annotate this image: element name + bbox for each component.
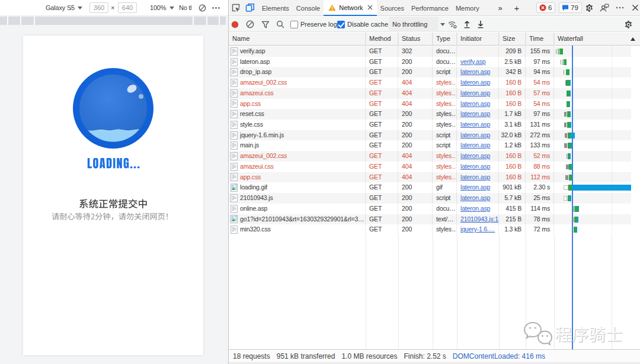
initiator-link[interactable]: 21010943.js:1 bbox=[460, 215, 498, 223]
request-row[interactable]: main.jsGET200scriptlateron.asp1.2 kB133 … bbox=[229, 140, 631, 151]
initiator-link[interactable]: lateron.asp bbox=[460, 89, 490, 96]
cell-status: 302 bbox=[398, 46, 433, 57]
cell-waterfall bbox=[554, 46, 631, 57]
request-row[interactable]: lateron.aspGET200docu…verify.asp2.5 kB97… bbox=[229, 57, 631, 67]
error-count-badge[interactable]: 6 bbox=[536, 2, 555, 13]
request-row[interactable]: loading.gifGET200giflateron.asp901 kB2.3… bbox=[229, 182, 631, 193]
request-row[interactable]: drop_ip.aspGET200scriptlateron.asp342 B9… bbox=[229, 67, 631, 78]
initiator-link[interactable]: lateron.asp bbox=[460, 68, 490, 75]
request-row[interactable]: amazeui.cssGET404styles…lateron.asp160 B… bbox=[229, 88, 631, 99]
network-conditions-button[interactable] bbox=[447, 17, 457, 32]
cell-name: amazeui_002.css bbox=[229, 78, 366, 88]
settings-gear-button[interactable] bbox=[582, 0, 596, 15]
media-query-bar[interactable] bbox=[0, 17, 226, 25]
cell-initiator: lateron.asp bbox=[457, 162, 499, 172]
close-icon bbox=[632, 4, 639, 11]
device-toolbar-more-button[interactable] bbox=[212, 0, 220, 15]
request-row[interactable]: amazeui_002.cssGET404styles…lateron.asp1… bbox=[229, 151, 631, 162]
filter-button[interactable] bbox=[261, 17, 270, 32]
message-count-badge[interactable]: 79 bbox=[559, 2, 582, 13]
download-arrow-icon bbox=[476, 20, 485, 28]
request-row[interactable]: go1?id=21010943&rt=1630329329901&rl=3…GE… bbox=[229, 214, 631, 225]
initiator-link[interactable]: lateron.asp bbox=[460, 131, 490, 138]
tab-performance[interactable]: Performance bbox=[408, 0, 452, 16]
viewport-height-input[interactable]: 640 bbox=[118, 2, 137, 13]
request-row[interactable]: min320.cssGET200styles…jquery-1.6.…1.3 k… bbox=[229, 224, 631, 235]
initiator-link[interactable]: lateron.asp bbox=[460, 121, 490, 128]
initiator-link[interactable]: jquery-1.6.… bbox=[460, 226, 495, 233]
summary-requests: 18 requests bbox=[233, 352, 270, 360]
request-row[interactable]: amazeui.cssGET404styles…lateron.asp160 B… bbox=[229, 162, 631, 172]
cell-size: 160 B bbox=[499, 88, 526, 99]
initiator-link[interactable]: lateron.asp bbox=[460, 79, 490, 86]
request-row[interactable]: verify.aspGET302docu…209 B155 ms bbox=[229, 46, 631, 57]
device-toolbar-toggle-button[interactable] bbox=[243, 0, 257, 15]
request-row[interactable]: online.aspGET200docu…lateron.asp415 B114… bbox=[229, 204, 631, 214]
more-tabs-button[interactable]: » bbox=[494, 0, 506, 16]
clear-network-log-button[interactable] bbox=[246, 17, 254, 32]
column-header-name[interactable]: Name bbox=[229, 33, 366, 45]
column-header-status[interactable]: Status bbox=[398, 33, 433, 45]
tab-memory[interactable]: Memory bbox=[452, 0, 483, 16]
record-network-log-button[interactable] bbox=[231, 17, 239, 32]
tab-console[interactable]: Console bbox=[293, 0, 324, 16]
device-select[interactable]: Galaxy S5 bbox=[46, 0, 82, 15]
column-header-initiator[interactable]: Initiator bbox=[457, 33, 499, 45]
cell-waterfall bbox=[554, 120, 631, 130]
initiator-link[interactable]: lateron.asp bbox=[460, 194, 490, 201]
devtools-close-button[interactable] bbox=[628, 0, 640, 15]
device-throttle-select[interactable]: No throttling bbox=[179, 0, 191, 15]
sort-ascending-icon[interactable] bbox=[631, 37, 635, 41]
inspect-element-button[interactable] bbox=[229, 0, 243, 15]
disable-cache-checkbox-group[interactable]: Disable cache bbox=[337, 17, 388, 32]
devtools-menu-button[interactable] bbox=[613, 0, 627, 15]
throttling-select-caret[interactable] bbox=[440, 17, 445, 32]
initiator-link[interactable]: verify.asp bbox=[460, 58, 486, 65]
tab-sources[interactable]: Sources bbox=[377, 0, 408, 16]
cell-waterfall bbox=[554, 151, 631, 162]
column-header-type[interactable]: Type bbox=[433, 33, 457, 45]
request-row[interactable]: app.cssGET404styles…lateron.asp160 B54 m… bbox=[229, 99, 631, 109]
initiator-link[interactable]: lateron.asp bbox=[460, 205, 490, 212]
close-icon bbox=[367, 5, 373, 10]
initiator-link[interactable]: lateron.asp bbox=[460, 173, 490, 181]
disable-cache-checkbox[interactable] bbox=[337, 21, 345, 28]
column-header-size[interactable]: Size bbox=[499, 33, 526, 45]
initiator-link[interactable]: lateron.asp bbox=[460, 100, 490, 107]
request-row[interactable]: app.cssGET404styles…lateron.asp160 B112 … bbox=[229, 172, 631, 183]
tab-network[interactable]: Network bbox=[324, 0, 376, 16]
request-row[interactable]: reset.cssGET200styles…lateron.asp1.7 kB9… bbox=[229, 109, 631, 120]
column-header-time[interactable]: Time bbox=[526, 33, 554, 45]
preserve-log-label: Preserve log bbox=[300, 21, 337, 28]
cell-method: GET bbox=[366, 204, 398, 214]
zoom-select[interactable]: 100% bbox=[150, 0, 174, 15]
initiator-link[interactable]: lateron.asp bbox=[460, 152, 490, 159]
close-tab-button[interactable] bbox=[367, 5, 373, 10]
add-tab-button[interactable]: + bbox=[511, 0, 523, 16]
throttling-select[interactable]: No throttling bbox=[389, 17, 439, 32]
initiator-link[interactable]: lateron.asp bbox=[460, 110, 490, 117]
request-row[interactable]: style.cssGET200styles…lateron.asp3.1 kB1… bbox=[229, 120, 631, 130]
document-file-icon bbox=[231, 79, 238, 87]
preserve-log-checkbox[interactable] bbox=[290, 21, 298, 28]
no-throttling-button[interactable] bbox=[199, 0, 206, 15]
initiator-link[interactable]: lateron.asp bbox=[460, 183, 490, 191]
request-row[interactable]: 21010943.jsGET200scriptlateron.asp5.7 kB… bbox=[229, 193, 631, 204]
document-file-icon bbox=[231, 89, 238, 98]
column-header-waterfall[interactable]: Waterfall bbox=[554, 33, 640, 45]
request-row[interactable]: jquery-1.6.min.jsGET200scriptlateron.asp… bbox=[229, 130, 631, 141]
import-har-button[interactable] bbox=[463, 17, 471, 32]
search-button[interactable] bbox=[276, 17, 284, 32]
preserve-log-checkbox-group[interactable]: Preserve log bbox=[290, 17, 337, 32]
tab-elements[interactable]: Elements bbox=[258, 0, 293, 16]
initiator-link[interactable]: lateron.asp bbox=[460, 163, 490, 170]
request-row[interactable]: amazeui_002.cssGET404styles…lateron.asp1… bbox=[229, 78, 631, 88]
cell-method: GET bbox=[366, 193, 398, 204]
network-settings-gear-button[interactable] bbox=[624, 17, 633, 32]
export-har-button[interactable] bbox=[476, 17, 485, 32]
viewport-width-input[interactable]: 360 bbox=[89, 2, 108, 13]
initiator-link[interactable]: lateron.asp bbox=[460, 141, 490, 149]
cell-name: style.css bbox=[229, 120, 366, 130]
column-header-method[interactable]: Method bbox=[366, 33, 398, 45]
issues-button[interactable] bbox=[597, 0, 612, 15]
